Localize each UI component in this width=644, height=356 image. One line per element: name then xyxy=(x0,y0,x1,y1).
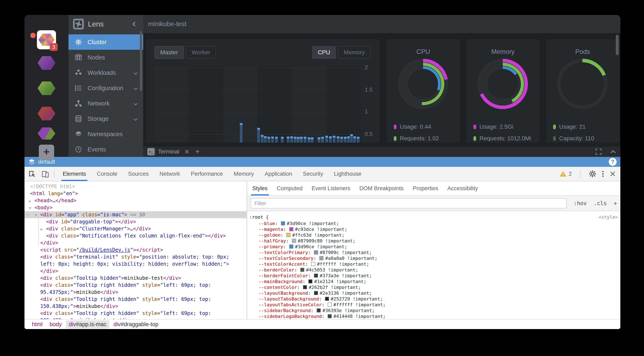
add-cluster-button[interactable]: + xyxy=(39,145,54,160)
css-variable-row[interactable]: --textColorSecondary: #a0a0a0 !important… xyxy=(250,255,620,261)
style-source-link[interactable]: <style> xyxy=(598,214,618,221)
content-scrollbar[interactable] xyxy=(616,35,619,55)
settings-gear-icon[interactable] xyxy=(589,170,596,178)
css-variable-row[interactable]: --layoutTabsBackground: #252729 !importa… xyxy=(250,296,620,302)
color-swatch[interactable] xyxy=(314,250,318,254)
styles-subtab-computed[interactable]: Computed xyxy=(272,181,307,195)
devtools-tab-application[interactable]: Application xyxy=(259,167,298,181)
sidebar-item-namespaces[interactable]: Namespaces xyxy=(68,126,143,142)
devtools-tab-memory[interactable]: Memory xyxy=(228,167,259,181)
styles-subtab-dom-breakpoints[interactable]: DOM Breakpoints xyxy=(355,181,408,195)
kebab-menu-icon[interactable] xyxy=(602,170,604,178)
devtools-tab-elements[interactable]: Elements xyxy=(57,167,92,181)
css-variable-row[interactable]: --magenta: #c93dce !important; xyxy=(250,226,620,232)
css-variable-row[interactable]: --sidebarBackground: #36393e !important; xyxy=(250,308,620,314)
devtools-tab-lighthouse[interactable]: Lighthouse xyxy=(328,167,366,181)
devtools-tab-performance[interactable]: Performance xyxy=(186,167,228,181)
css-variable-row[interactable]: --primary: #3d90ce !important; xyxy=(250,244,620,250)
inspect-element-icon[interactable] xyxy=(26,168,38,179)
color-swatch[interactable] xyxy=(314,274,318,278)
dom-node[interactable]: ▶<div class="ClusterManager">…</div> xyxy=(24,225,246,232)
sidebar-item-events[interactable]: Events xyxy=(68,142,143,157)
terminal-close-icon[interactable]: ✕ xyxy=(184,148,190,156)
dom-node[interactable]: <div id="draggable-top"></div> xyxy=(24,218,246,225)
color-swatch[interactable] xyxy=(303,285,307,289)
master-node-tab[interactable]: Master xyxy=(154,46,184,59)
expanded-arrow-icon[interactable]: ▼ xyxy=(35,211,40,219)
color-swatch[interactable] xyxy=(328,314,332,318)
help-button[interactable]: ? xyxy=(609,158,616,166)
styles-subtab-styles[interactable]: Styles xyxy=(248,181,272,195)
cluster-item-3[interactable] xyxy=(38,81,56,96)
css-variable-row[interactable]: --golden: #ffc63d !important; xyxy=(250,232,620,238)
color-swatch[interactable] xyxy=(300,268,304,272)
devtools-tab-console[interactable]: Console xyxy=(92,167,123,181)
sidebar-item-configuration[interactable]: Configuration xyxy=(68,80,143,96)
dom-node[interactable]: <div class="Tooltip right hidden" style=… xyxy=(24,296,246,303)
more-actions-icon[interactable]: ⋯ xyxy=(26,211,29,218)
dom-node[interactable]: <div class="Notifications flex column al… xyxy=(24,232,246,239)
dom-node[interactable]: <!DOCTYPE html> xyxy=(24,183,246,190)
worker-node-tab[interactable]: Worker xyxy=(186,46,216,59)
css-variable-row[interactable]: --layoutBackground: #2e3136 !important; xyxy=(250,290,620,296)
dom-node[interactable]: <div class="Tooltip right hidden" style=… xyxy=(24,310,246,317)
sidebar-item-nodes[interactable]: Nodes xyxy=(68,50,143,65)
dom-node[interactable]: <div class="terminal-init" style="positi… xyxy=(24,253,246,260)
device-toolbar-icon[interactable] xyxy=(40,168,51,179)
cluster-item-4[interactable] xyxy=(38,106,56,121)
dom-node[interactable]: </div> xyxy=(24,239,246,246)
color-swatch[interactable] xyxy=(289,227,293,231)
pseudo-toggle[interactable]: + xyxy=(614,200,617,206)
css-variable-row[interactable]: --mainBackground: #1e2124 !important; xyxy=(250,279,620,285)
dom-node[interactable]: <div class="Tooltip hidden">minikube-tes… xyxy=(24,275,246,282)
color-swatch[interactable] xyxy=(319,256,324,260)
color-swatch[interactable] xyxy=(316,308,321,313)
dom-node[interactable]: 95.4375px;">minikube</div> xyxy=(24,289,246,296)
color-swatch[interactable] xyxy=(325,297,329,301)
chevron-up-icon[interactable] xyxy=(610,150,616,154)
css-variable-row[interactable]: --layoutTabsActiveColor: #ffffff !import… xyxy=(250,302,620,308)
styles-subtab-properties[interactable]: Properties xyxy=(408,181,443,195)
dom-node[interactable]: <script src="/build/LensDev.js"></script… xyxy=(24,246,246,253)
dom-node[interactable]: ▶<head>…</head> xyxy=(24,197,246,204)
sidebar-scrollbar[interactable] xyxy=(140,31,142,91)
close-devtools-icon[interactable] xyxy=(610,171,616,177)
css-rules-area[interactable]: :root { <style> --blue: #3d90ce !importa… xyxy=(247,211,620,319)
sidebar-item-cluster[interactable]: Cluster xyxy=(68,34,143,50)
collapsed-arrow-icon[interactable]: ▶ xyxy=(41,226,46,233)
css-selector[interactable]: :root { xyxy=(250,214,269,221)
color-swatch[interactable] xyxy=(292,239,296,243)
cluster-item-active[interactable]: 3 xyxy=(37,30,56,49)
expanded-arrow-icon[interactable]: ▼ xyxy=(29,204,34,211)
elements-tree-panel[interactable]: <!DOCTYPE html><html lang="en">▶<head>…<… xyxy=(24,181,246,319)
memory-metric-tab[interactable]: Memory xyxy=(338,46,370,59)
dom-node[interactable]: <div class="Tooltip right hidden" style=… xyxy=(24,282,246,289)
dom-node-selected[interactable]: ⋯▼<div id="app" class="is-mac"> == $0 xyxy=(24,211,246,218)
console-warnings[interactable]: 2 xyxy=(560,171,572,177)
color-swatch[interactable] xyxy=(281,221,285,225)
color-swatch[interactable] xyxy=(328,303,332,307)
dom-node[interactable]: ▼<body> xyxy=(24,204,246,211)
color-swatch[interactable] xyxy=(314,291,318,295)
breadcrumb-div#draggable-top[interactable]: div#draggable-top xyxy=(110,320,161,329)
color-swatch[interactable] xyxy=(286,233,290,237)
dom-node[interactable]: </div> xyxy=(24,268,246,275)
css-variable-row[interactable]: --blue: #3d90ce !important; xyxy=(250,221,620,226)
css-variable-row[interactable]: --textColorPrimary: #87909c !important; xyxy=(250,250,620,255)
devtools-tab-security[interactable]: Security xyxy=(298,167,329,181)
css-variable-row[interactable]: --borderColor: #4c5053 !important; xyxy=(250,267,620,273)
cpu-metric-tab[interactable]: CPU xyxy=(312,46,336,59)
breadcrumb-body[interactable]: body xyxy=(47,320,65,329)
sidebar-item-network[interactable]: Network xyxy=(68,96,143,111)
css-variable-row[interactable]: --halfGray: #87909c80 !important; xyxy=(250,238,620,244)
close-window-button[interactable] xyxy=(30,33,36,38)
css-variable-row[interactable]: --borderFaintColor: #373a3e !important; xyxy=(250,273,620,279)
cluster-item-5[interactable] xyxy=(38,127,56,140)
styles-subtab-event-listeners[interactable]: Event Listeners xyxy=(307,181,355,195)
dom-node[interactable]: left: 0px; height: 0px; visibility: hidd… xyxy=(24,260,246,268)
pseudo-toggle[interactable]: :hov xyxy=(574,200,587,206)
css-variable-row[interactable]: --textColorAccent: #ffffff !important; xyxy=(250,261,620,267)
css-variable-row[interactable]: --sidebarLogoBackground: #414448 !import… xyxy=(250,314,620,319)
devtools-tab-sources[interactable]: Sources xyxy=(123,167,154,181)
terminal-add-icon[interactable]: + xyxy=(195,147,200,156)
